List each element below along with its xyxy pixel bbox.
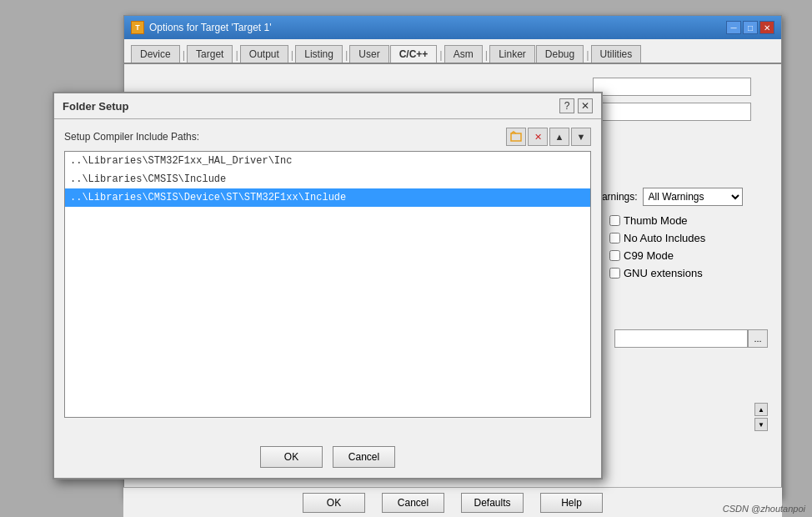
folder-header-row: Setup Compiler Include Paths: ✕ ▲ ▼: [64, 128, 591, 146]
main-defaults-button[interactable]: Defaults: [461, 493, 524, 513]
folder-bottom-buttons: OK Cancel: [54, 446, 601, 468]
ok-button[interactable]: OK: [260, 446, 323, 468]
file-item[interactable]: ..\Libraries\STM32F1xx_HAL_Driver\Inc: [65, 152, 590, 170]
c99-mode-checkbox[interactable]: [609, 250, 620, 261]
folder-setup-dialog: Folder Setup ? ✕ Setup Compiler Include …: [53, 92, 603, 479]
main-cancel-button[interactable]: Cancel: [382, 493, 444, 513]
main-ok-button[interactable]: OK: [303, 493, 365, 513]
titlebar-left: T Options for Target 'Target 1': [131, 21, 271, 34]
thumb-mode-label: Thumb Mode: [624, 214, 688, 227]
tab-user[interactable]: User: [349, 45, 388, 63]
folder-close-button[interactable]: ✕: [578, 98, 593, 113]
scroll-up-arrow[interactable]: ▲: [754, 403, 768, 416]
close-window-button[interactable]: ✕: [759, 21, 774, 34]
tab-asm[interactable]: Asm: [444, 45, 483, 63]
tab-listing[interactable]: Listing: [295, 45, 343, 63]
warnings-select[interactable]: All Warnings: [643, 188, 743, 206]
app-icon: T: [131, 21, 144, 34]
tab-bar: Device | Target | Output | Listing | Use…: [124, 39, 781, 64]
tab-linker[interactable]: Linker: [489, 45, 535, 63]
folder-toolbar: ✕ ▲ ▼: [506, 128, 591, 146]
c99-mode-label: C99 Mode: [624, 249, 674, 262]
no-auto-includes-label: No Auto Includes: [624, 232, 705, 244]
main-help-button[interactable]: Help: [540, 493, 603, 513]
new-folder-icon: [510, 131, 522, 143]
include-path-input[interactable]: [593, 78, 751, 96]
main-title: Options for Target 'Target 1': [149, 22, 271, 33]
file-item-selected[interactable]: ..\Libraries\CMSIS\Device\ST\STM32F1xx\I…: [65, 188, 590, 207]
folder-header-label: Setup Compiler Include Paths:: [64, 131, 199, 143]
move-up-button[interactable]: ▲: [549, 128, 569, 146]
folder-dialog-title: Folder Setup: [63, 100, 128, 113]
no-auto-includes-checkbox[interactable]: [609, 233, 620, 243]
folder-titlebar: Folder Setup ? ✕: [54, 93, 601, 119]
main-bottom-bar: OK Cancel Defaults Help: [123, 487, 782, 517]
c99-mode-row: C99 Mode: [609, 249, 768, 262]
tab-utilities[interactable]: Utilities: [591, 45, 642, 63]
main-titlebar: T Options for Target 'Target 1' ─ □ ✕: [124, 16, 781, 39]
minimize-button[interactable]: ─: [726, 21, 741, 34]
thumb-mode-row: Thumb Mode: [609, 214, 768, 227]
gnu-extensions-row: GNU extensions: [609, 267, 768, 279]
no-auto-includes-row: No Auto Includes: [609, 232, 768, 244]
watermark: CSDN @zhoutanpoi: [723, 504, 805, 514]
gnu-extensions-label: GNU extensions: [624, 267, 703, 279]
preprocessor-input[interactable]: [593, 103, 751, 121]
misc-input[interactable]: [614, 329, 748, 348]
tab-device[interactable]: Device: [131, 45, 180, 63]
tab-output[interactable]: Output: [240, 45, 288, 63]
svg-rect-0: [511, 133, 521, 141]
new-folder-button[interactable]: [506, 128, 526, 146]
gnu-extensions-checkbox[interactable]: [609, 268, 620, 279]
scroll-down-arrow[interactable]: ▼: [754, 418, 768, 431]
title-controls: ─ □ ✕: [726, 21, 774, 34]
thumb-mode-checkbox[interactable]: [609, 215, 620, 226]
folder-help-button[interactable]: ?: [559, 98, 574, 113]
move-down-button[interactable]: ▼: [571, 128, 591, 146]
maximize-button[interactable]: □: [743, 21, 758, 34]
tab-debug[interactable]: Debug: [536, 45, 584, 63]
cancel-button[interactable]: Cancel: [333, 446, 395, 468]
folder-title-controls: ? ✕: [559, 98, 593, 113]
misc-ellipsis-button[interactable]: ...: [748, 329, 768, 348]
tab-cpp[interactable]: C/C++: [390, 45, 438, 63]
file-item[interactable]: ..\Libraries\CMSIS\Include: [65, 170, 590, 188]
delete-button[interactable]: ✕: [528, 128, 548, 146]
file-list[interactable]: ..\Libraries\STM32F1xx_HAL_Driver\Inc ..…: [64, 151, 591, 418]
tab-target[interactable]: Target: [187, 45, 233, 63]
folder-content: Setup Compiler Include Paths: ✕ ▲ ▼ ..\L…: [54, 119, 601, 426]
right-panel: Warnings: All Warnings Thumb Mode No Aut…: [593, 78, 768, 348]
